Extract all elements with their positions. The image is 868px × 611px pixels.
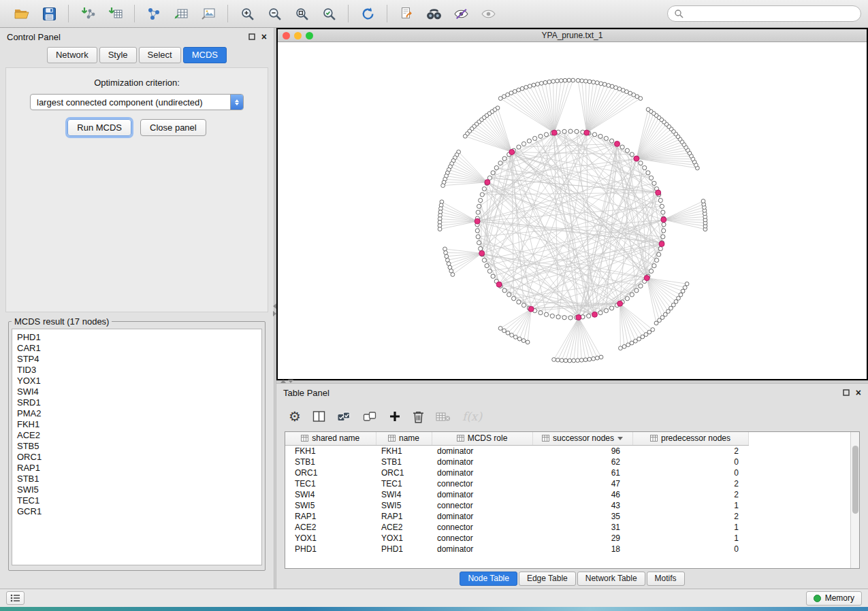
table-scrollbar[interactable] — [850, 432, 859, 568]
column-header-name[interactable]: name — [376, 432, 432, 445]
float-table-panel-button[interactable] — [843, 389, 850, 396]
cell-name[interactable]: PHD1 — [376, 544, 432, 555]
cell-name[interactable]: ACE2 — [376, 522, 432, 533]
mcds-result-item[interactable]: ORC1 — [17, 452, 257, 463]
zoom-out-button[interactable] — [263, 3, 285, 24]
network-graph[interactable] — [278, 42, 867, 379]
new-table-button[interactable] — [170, 3, 192, 24]
mcds-result-list[interactable]: PHD1CAR1STP4TID3YOX1SWI4SRD1PMA2FKH1ACE2… — [12, 329, 262, 565]
cell-successor-nodes[interactable]: 47 — [532, 478, 632, 489]
column-header-predecessor-nodes[interactable]: predecessor nodes — [632, 432, 748, 445]
run-mcds-button[interactable]: Run MCDS — [67, 119, 131, 136]
table-row[interactable]: ORC1ORC1dominator610 — [285, 467, 748, 478]
mcds-result-item[interactable]: RAP1 — [17, 463, 257, 474]
cell-mcds-role[interactable]: dominator — [432, 467, 532, 478]
optimization-criterion-select[interactable]: largest connected component (undirected) — [30, 94, 244, 110]
cell-successor-nodes[interactable]: 96 — [532, 445, 632, 457]
mcds-result-item[interactable]: FKH1 — [17, 419, 257, 430]
close-table-panel-button[interactable]: × — [856, 388, 861, 397]
mcds-result-item[interactable]: ACE2 — [17, 430, 257, 441]
column-header-shared-name[interactable]: shared name — [285, 432, 376, 445]
cell-name[interactable]: SWI4 — [376, 489, 432, 500]
cell-predecessor-nodes[interactable]: 0 — [632, 544, 748, 555]
table-row[interactable]: YOX1YOX1connector291 — [285, 533, 748, 544]
tab-style[interactable]: Style — [99, 47, 137, 63]
cell-predecessor-nodes[interactable]: 2 — [632, 478, 748, 489]
share-document-button[interactable] — [396, 3, 417, 24]
mcds-result-item[interactable]: PMA2 — [17, 408, 257, 419]
window-minimize-icon[interactable] — [294, 32, 302, 39]
tab-network-table[interactable]: Network Table — [577, 572, 645, 586]
export-image-button[interactable] — [197, 3, 219, 24]
collapse-left-icon[interactable] — [273, 303, 276, 309]
tab-node-table[interactable]: Node Table — [460, 572, 517, 586]
table-row[interactable]: SWI4SWI4dominator462 — [285, 489, 748, 500]
cell-predecessor-nodes[interactable]: 0 — [632, 467, 748, 478]
cell-predecessor-nodes[interactable]: 1 — [632, 533, 748, 544]
scrollbar-thumb[interactable] — [852, 446, 858, 514]
cell-shared-name[interactable]: SWI4 — [285, 489, 376, 500]
mcds-result-item[interactable]: STB5 — [17, 441, 257, 452]
window-zoom-icon[interactable] — [306, 32, 313, 39]
cell-name[interactable]: STB1 — [376, 457, 432, 467]
cell-successor-nodes[interactable]: 62 — [532, 457, 632, 467]
add-column-button[interactable] — [389, 407, 401, 426]
cell-mcds-role[interactable]: dominator — [432, 489, 532, 500]
expand-right-icon[interactable] — [273, 311, 276, 316]
collapse-up-icon[interactable] — [280, 380, 286, 383]
mcds-result-item[interactable]: TID3 — [17, 365, 257, 376]
network-window-titlebar[interactable]: YPA_prune.txt_1 — [278, 29, 867, 42]
mcds-result-item[interactable]: SWI4 — [17, 386, 257, 397]
cell-predecessor-nodes[interactable]: 2 — [632, 445, 748, 457]
tab-edge-table[interactable]: Edge Table — [519, 572, 576, 586]
table-row[interactable]: ACE2ACE2connector311 — [285, 522, 748, 533]
network-canvas[interactable] — [278, 42, 867, 379]
select-all-button[interactable] — [337, 407, 351, 426]
annotation-edit-button[interactable] — [450, 3, 472, 24]
cell-shared-name[interactable]: SWI5 — [285, 500, 376, 511]
window-close-icon[interactable] — [283, 32, 290, 39]
mcds-result-item[interactable]: TEC1 — [17, 495, 257, 506]
cell-name[interactable]: ORC1 — [376, 467, 432, 478]
show-columns-button[interactable] — [312, 407, 325, 426]
cell-shared-name[interactable]: RAP1 — [285, 511, 376, 522]
new-network-button[interactable] — [143, 3, 165, 24]
show-hide-button[interactable] — [477, 3, 499, 24]
table-row[interactable]: RAP1RAP1dominator352 — [285, 511, 748, 522]
search-input[interactable] — [688, 9, 854, 18]
cell-mcds-role[interactable]: dominator — [432, 511, 532, 522]
table-row[interactable]: FKH1FKH1dominator962 — [285, 445, 748, 457]
cell-name[interactable]: TEC1 — [376, 478, 432, 489]
mcds-result-item[interactable]: SRD1 — [17, 397, 257, 408]
cell-mcds-role[interactable]: connector — [432, 478, 532, 489]
search-network-button[interactable] — [423, 3, 445, 24]
tab-motifs[interactable]: Motifs — [647, 572, 685, 586]
cell-shared-name[interactable]: YOX1 — [285, 533, 376, 544]
delete-column-button[interactable] — [413, 407, 424, 426]
column-header-MCDS-role[interactable]: MCDS role — [432, 432, 532, 445]
cell-successor-nodes[interactable]: 18 — [532, 544, 632, 555]
task-history-button[interactable] — [6, 591, 25, 605]
cell-mcds-role[interactable]: connector — [432, 500, 532, 511]
import-network-button[interactable] — [77, 3, 99, 24]
column-header-successor-nodes[interactable]: successor nodes — [532, 432, 632, 445]
apply-layout-button[interactable] — [357, 3, 379, 24]
tab-network[interactable]: Network — [47, 47, 97, 63]
cell-predecessor-nodes[interactable]: 0 — [632, 457, 748, 467]
open-session-button[interactable] — [11, 3, 33, 24]
cell-successor-nodes[interactable]: 31 — [532, 522, 632, 533]
zoom-fit-button[interactable] — [291, 3, 312, 24]
memory-status-button[interactable]: Memory — [806, 591, 862, 606]
deselect-all-button[interactable] — [363, 407, 377, 426]
delete-table-button[interactable] — [436, 407, 451, 426]
import-table-button[interactable] — [104, 3, 126, 24]
cell-shared-name[interactable]: ACE2 — [285, 522, 376, 533]
cell-name[interactable]: FKH1 — [376, 445, 432, 457]
zoom-selected-button[interactable] — [318, 3, 340, 24]
tab-select[interactable]: Select — [139, 47, 181, 63]
cell-shared-name[interactable]: STB1 — [285, 457, 376, 467]
sort-descending-icon[interactable] — [617, 437, 623, 440]
close-control-panel-button[interactable]: × — [261, 32, 267, 42]
cell-shared-name[interactable]: TEC1 — [285, 478, 376, 489]
mcds-result-item[interactable]: PHD1 — [17, 332, 257, 343]
